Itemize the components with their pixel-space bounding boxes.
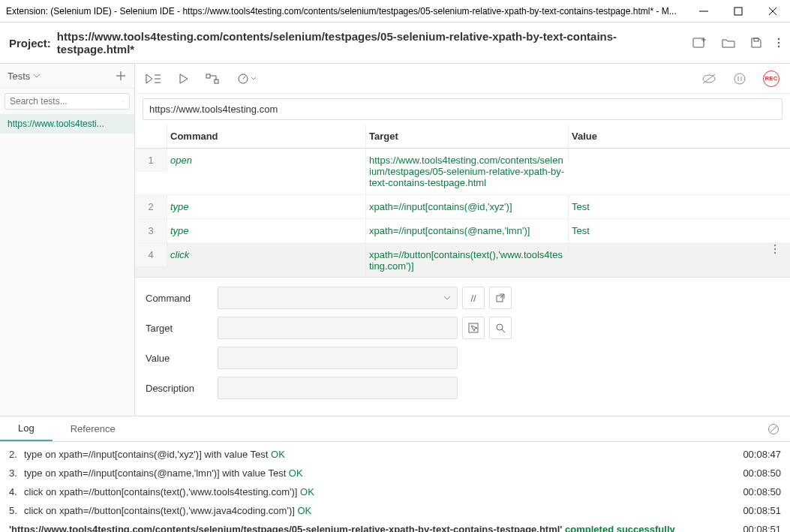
log-entry: 4.click on xpath=//button[contains(text(… bbox=[8, 482, 782, 501]
row-target: https://www.tools4testing.com/contents/s… bbox=[365, 149, 568, 194]
form-target-input[interactable] bbox=[218, 317, 458, 339]
chevron-down-icon bbox=[251, 76, 257, 82]
search-icon bbox=[122, 96, 125, 107]
log-summary: 'https://www.tools4testing.com/contents/… bbox=[8, 520, 782, 532]
svg-point-3 bbox=[778, 38, 779, 40]
project-label: Project: bbox=[9, 37, 51, 50]
find-target-button[interactable] bbox=[489, 317, 512, 339]
row-index: 4 bbox=[135, 243, 167, 266]
test-toolbar: REC bbox=[135, 64, 790, 94]
svg-point-14 bbox=[774, 252, 776, 254]
row-target: xpath=//button[contains(text(),'www.tool… bbox=[365, 243, 568, 277]
title-bar: Extension: (Selenium IDE) - Selenium IDE… bbox=[0, 0, 790, 23]
run-all-button[interactable] bbox=[146, 73, 162, 85]
window-controls bbox=[686, 0, 790, 23]
open-project-icon[interactable] bbox=[721, 36, 736, 50]
more-icon[interactable] bbox=[776, 36, 781, 50]
row-command: click bbox=[167, 243, 365, 266]
project-bar: Project: https://www.tools4testing.com/c… bbox=[0, 23, 790, 63]
select-target-button[interactable] bbox=[462, 317, 485, 339]
form-target-label: Target bbox=[146, 323, 218, 334]
row-menu-button[interactable] bbox=[760, 243, 790, 255]
row-index: 1 bbox=[135, 149, 167, 172]
svg-rect-7 bbox=[206, 74, 210, 78]
close-button[interactable] bbox=[755, 0, 790, 23]
header-target: Target bbox=[365, 125, 568, 148]
toggle-command-button[interactable]: // bbox=[462, 287, 485, 309]
svg-rect-2 bbox=[754, 38, 758, 41]
tab-reference[interactable]: Reference bbox=[53, 417, 134, 440]
maximize-button[interactable] bbox=[721, 0, 755, 23]
svg-point-13 bbox=[774, 248, 776, 250]
run-button[interactable] bbox=[179, 73, 189, 85]
save-project-icon[interactable] bbox=[749, 36, 763, 50]
new-project-icon[interactable] bbox=[692, 36, 707, 50]
tests-label: Tests bbox=[8, 71, 30, 82]
command-row[interactable]: 3typexpath=//input[contains(@name,'lmn')… bbox=[135, 219, 790, 243]
project-name[interactable]: https://www.tools4testing.com/contents/s… bbox=[57, 30, 686, 56]
svg-rect-0 bbox=[734, 8, 742, 15]
log-entry: 5.click on xpath=//button[contains(text(… bbox=[8, 501, 782, 520]
row-value: Test bbox=[568, 195, 760, 218]
test-list-item[interactable]: https://www.tools4testi... bbox=[0, 114, 134, 134]
row-command: open bbox=[167, 149, 365, 172]
form-command-label: Command bbox=[146, 293, 218, 304]
command-form: Command // Target Value Description bbox=[135, 277, 790, 416]
row-value bbox=[568, 149, 760, 161]
tests-sidebar: Tests https://www.tools4testi... bbox=[0, 64, 135, 416]
search-tests[interactable] bbox=[5, 93, 130, 110]
header-command: Command bbox=[167, 125, 365, 148]
chevron-down-icon bbox=[443, 294, 451, 302]
svg-point-17 bbox=[497, 324, 503, 330]
pause-on-exception-icon[interactable] bbox=[733, 72, 746, 86]
svg-point-12 bbox=[774, 245, 776, 246]
open-new-window-button[interactable] bbox=[489, 287, 512, 309]
row-target: xpath=//input[contains(@id,'xyz')] bbox=[365, 195, 568, 218]
row-command: type bbox=[167, 195, 365, 218]
svg-point-11 bbox=[734, 74, 745, 84]
log-panel[interactable]: 2.type on xpath=//input[contains(@id,'xy… bbox=[0, 442, 790, 532]
bottom-tabs: Log Reference bbox=[0, 416, 790, 442]
svg-point-4 bbox=[778, 42, 779, 44]
disable-breakpoints-icon[interactable] bbox=[701, 73, 716, 85]
form-value-label: Value bbox=[146, 353, 218, 364]
row-index: 2 bbox=[135, 195, 167, 218]
add-test-button[interactable] bbox=[115, 70, 127, 82]
speed-button[interactable] bbox=[237, 73, 257, 85]
command-row[interactable]: 4clickxpath=//button[contains(text(),'ww… bbox=[135, 243, 790, 277]
row-command: type bbox=[167, 219, 365, 242]
row-target: xpath=//input[contains(@name,'lmn')] bbox=[365, 219, 568, 242]
command-row[interactable]: 2typexpath=//input[contains(@id,'xyz')]T… bbox=[135, 195, 790, 219]
chevron-down-icon bbox=[33, 72, 41, 80]
base-url-input[interactable] bbox=[143, 98, 782, 120]
command-grid-header: Command Target Value bbox=[135, 125, 790, 149]
step-button[interactable] bbox=[206, 73, 221, 85]
row-index: 3 bbox=[135, 219, 167, 242]
tests-dropdown[interactable]: Tests bbox=[8, 71, 41, 82]
svg-point-5 bbox=[778, 46, 779, 47]
minimize-button[interactable] bbox=[686, 0, 721, 23]
log-entry: 2.type on xpath=//input[contains(@id,'xy… bbox=[8, 445, 782, 464]
form-description-input[interactable] bbox=[218, 377, 458, 399]
clear-log-button[interactable] bbox=[757, 417, 790, 441]
form-value-input[interactable] bbox=[218, 347, 458, 369]
log-entry: 3.type on xpath=//input[contains(@name,'… bbox=[8, 464, 782, 482]
command-row[interactable]: 1openhttps://www.tools4testing.com/conte… bbox=[135, 149, 790, 195]
tab-log[interactable]: Log bbox=[0, 416, 53, 441]
command-grid[interactable]: 1openhttps://www.tools4testing.com/conte… bbox=[135, 149, 790, 277]
header-value: Value bbox=[568, 125, 760, 148]
window-title: Extension: (Selenium IDE) - Selenium IDE… bbox=[6, 6, 677, 17]
search-input[interactable] bbox=[10, 96, 122, 107]
form-command-input[interactable] bbox=[218, 287, 458, 309]
form-description-label: Description bbox=[146, 383, 218, 394]
row-value: Test bbox=[568, 219, 760, 242]
svg-point-6 bbox=[122, 101, 124, 102]
row-value bbox=[568, 243, 760, 255]
record-button[interactable]: REC bbox=[763, 71, 779, 87]
